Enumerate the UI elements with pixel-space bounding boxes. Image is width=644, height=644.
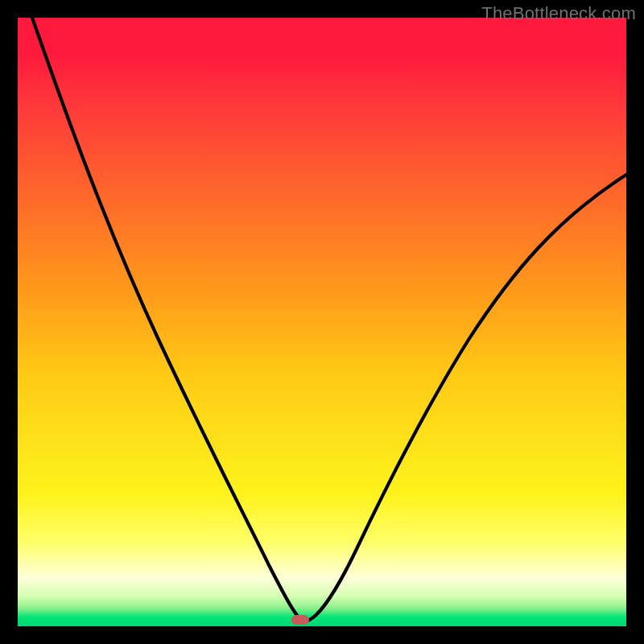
plot-area	[18, 18, 626, 626]
chart-frame: TheBottleneck.com	[0, 0, 644, 644]
optimal-marker	[291, 615, 309, 625]
curve-path	[32, 18, 626, 621]
watermark-text: TheBottleneck.com	[481, 3, 636, 24]
bottleneck-curve	[18, 18, 626, 626]
